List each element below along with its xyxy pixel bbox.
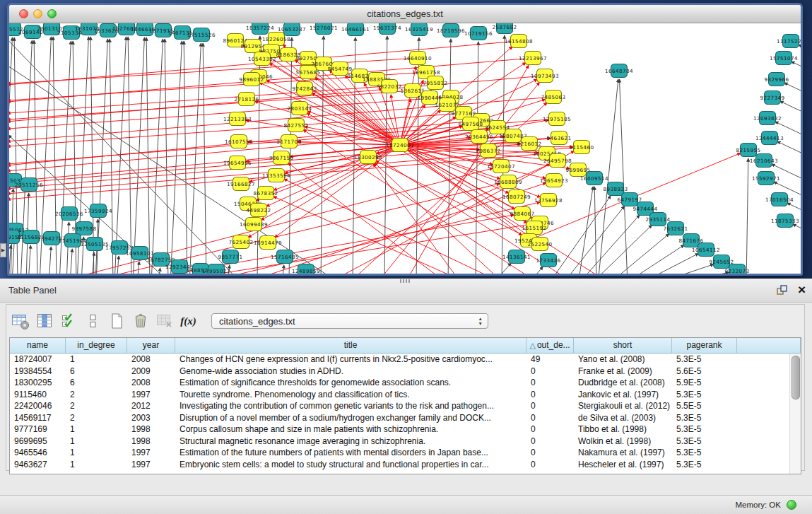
graph-node[interactable]: 19631374 [373,23,401,35]
svg-text:8215955: 8215955 [736,147,761,153]
scrollbar-thumb[interactable] [792,356,800,399]
node-table[interactable]: namein_degreeyeartitle△out_de...shortpag… [9,337,801,474]
table-cell: 1 [66,447,127,459]
table-row[interactable]: 911546021997Tourette syndrome. Phenomeno… [10,389,801,401]
graph-node[interactable]: 11175227 [777,35,801,48]
graph-node[interactable]: 7632621 [664,222,688,235]
graph-node[interactable]: 16154808 [505,35,533,48]
table-row[interactable]: 1872400712008Changes of HCN gene express… [10,354,801,366]
select-all-icon[interactable] [59,311,78,331]
graph-node[interactable]: 9329966 [765,73,789,86]
network-canvas[interactable]: 2405572420691406260131052105334618310704… [9,23,801,274]
graph-node[interactable]: 8678352 [254,187,278,200]
svg-text:6216012: 6216012 [517,141,542,147]
graph-node[interactable]: 9463621 [547,132,572,145]
float-panel-icon[interactable] [776,284,788,296]
network-window-titlebar[interactable]: citations_edges.txt [9,5,801,23]
splitter-collapse-arrow-icon[interactable]: ▶ [0,243,6,257]
new-column-icon[interactable] [107,311,126,331]
svg-text:16466161: 16466161 [341,26,370,33]
column-visibility-icon[interactable] [35,311,54,331]
table-cell: 5.3E-5 [672,389,737,401]
graph-node[interactable]: 1733426 [536,254,561,267]
column-header-pagerank[interactable]: pagerank [672,338,737,354]
function-builder-icon[interactable]: f(x) [179,311,198,331]
table-row[interactable]: 946362711997Embryonic stem cells: a mode… [10,459,801,471]
svg-text:16914479: 16914479 [254,240,282,246]
table-cell: 0 [526,400,574,412]
svg-text:8471676: 8471676 [679,238,704,244]
graph-node[interactable]: 18218596 [437,24,465,37]
svg-text:19654955: 19654955 [223,160,252,166]
graph-node[interactable]: 9857771 [218,250,243,264]
table-cell: 5.3E-5 [672,424,737,436]
column-header-out_de[interactable]: △out_de... [526,338,574,354]
graph-node[interactable]: 19654923 [540,174,568,187]
citation-network-graph[interactable]: 2405572420691406260131052105334618310704… [9,23,801,274]
graph-node[interactable]: 12975185 [543,112,571,126]
minimize-window-button[interactable] [33,9,42,18]
table-settings-icon[interactable] [11,311,30,331]
graph-node[interactable]: 16648784 [605,64,633,78]
graph-node[interactable]: 14136141 [502,250,531,264]
graph-node[interactable]: 16325419 [405,23,433,36]
split-divider-grip[interactable] [400,279,410,283]
vertical-scrollbar[interactable] [789,354,801,474]
table-row[interactable]: 969969511998Structural magnetic resonanc… [10,436,801,448]
table-row[interactable]: 1456911722003Disruption of a novel membe… [10,412,801,424]
graph-node[interactable]: 17359924 [84,204,112,218]
svg-text:18357224: 18357224 [246,25,274,31]
table-selector[interactable]: citations_edges.txt ▲▼ [211,313,488,329]
close-panel-icon[interactable]: × [798,281,806,298]
table-row[interactable]: 977716911998Corpus callosum shape and si… [10,424,801,436]
network-window[interactable]: citations_edges.txt 24055724206914062601… [7,3,803,276]
graph-node[interactable]: 15716485 [271,250,299,264]
graph-node[interactable]: 2718126 [235,93,259,106]
close-window-button[interactable] [19,9,28,18]
graph-node[interactable]: 20206536 [55,207,83,221]
svg-text:16099489: 16099489 [240,221,268,228]
table-cell: 9465546 [10,447,66,459]
graph-node[interactable]: 9227349 [760,91,785,105]
graph-node[interactable]: 10719156 [464,27,493,40]
graph-node[interactable]: 16099489 [240,218,268,231]
graph-node[interactable]: 12213967 [519,52,547,65]
graph-node[interactable]: 9242843 [293,82,317,95]
svg-text:12975185: 12975185 [543,116,571,122]
graph-node[interactable]: 13756928 [534,194,563,207]
delete-columns-icon[interactable] [131,311,150,331]
graph-node[interactable]: 15720407 [487,160,515,173]
column-header-in_degree[interactable]: in_degree [66,338,127,354]
svg-text:16107554: 16107554 [225,139,253,145]
memory-status-indicator[interactable] [787,500,796,510]
table-row[interactable]: 2242004622012Investigating the contribut… [10,400,801,412]
graph-node[interactable]: 7485063 [541,90,566,104]
graph-node[interactable]: 19654955 [223,156,252,170]
column-header-year[interactable]: year [127,338,175,354]
svg-text:10543382: 10543382 [248,56,276,62]
svg-text:3867150: 3867150 [269,155,294,161]
column-header-short[interactable]: short [574,338,672,354]
graph-node[interactable]: 10688809 [494,175,522,189]
table-row[interactable]: 1830029562008Estimation of significance … [10,377,801,389]
table-row[interactable]: 1938455462009Genome-wide association stu… [10,366,801,378]
svg-text:10958107: 10958107 [126,250,154,257]
deselect-all-icon[interactable] [83,311,102,331]
table-row[interactable]: 946554611997Estimation of the future num… [10,447,801,459]
column-header-name[interactable]: name [10,338,66,354]
graph-node[interactable]: 7625402 [229,235,254,249]
svg-text:12213967: 12213967 [519,55,547,62]
graph-node[interactable]: 16107554 [225,135,253,148]
graph-node[interactable]: 16466161 [341,23,370,36]
graph-node[interactable]: 19166827 [227,177,255,191]
graph-node[interactable]: 2171700 [277,135,302,148]
graph-node[interactable]: 15276021 [310,23,338,35]
graph-node[interactable]: 16640910 [404,52,432,65]
graph-node[interactable]: 2587682 [493,23,517,34]
table-cell: 1 [66,459,127,471]
svg-text:2718126: 2718126 [235,96,259,103]
table-cell: Wolkin et al. (1998) [574,436,672,448]
column-header-title[interactable]: title [175,338,526,354]
maximize-window-button[interactable] [47,9,57,18]
graph-node[interactable]: 3867150 [269,151,294,165]
